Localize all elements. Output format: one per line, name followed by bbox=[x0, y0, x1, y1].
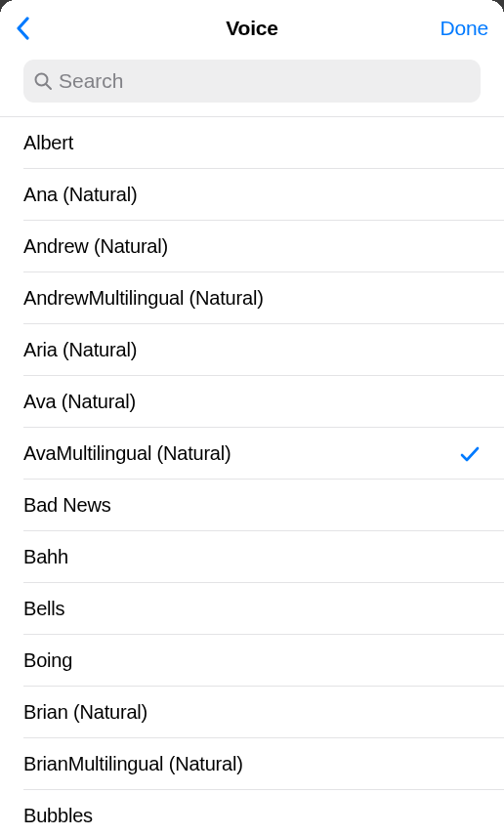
voice-label: Bahh bbox=[23, 546, 68, 568]
corner-decoration bbox=[488, 0, 504, 16]
voice-label: Ava (Natural) bbox=[23, 391, 136, 413]
search-container bbox=[0, 56, 504, 116]
search-field[interactable] bbox=[23, 60, 481, 103]
voice-row[interactable]: Andrew (Natural) bbox=[0, 221, 504, 272]
done-button[interactable]: Done bbox=[441, 17, 488, 40]
voice-row[interactable]: Ana (Natural) bbox=[0, 169, 504, 221]
voice-row[interactable]: Aria (Natural) bbox=[0, 324, 504, 376]
voice-label: Bells bbox=[23, 598, 64, 620]
voice-row[interactable]: Boing bbox=[0, 635, 504, 687]
corner-decoration bbox=[0, 0, 16, 16]
chevron-left-icon bbox=[16, 17, 29, 40]
voice-row[interactable]: Bad News bbox=[0, 480, 504, 531]
voice-row[interactable]: Bubbles bbox=[0, 790, 504, 835]
voice-row[interactable]: AvaMultilingual (Natural) bbox=[0, 428, 504, 480]
voice-label: Ana (Natural) bbox=[23, 184, 137, 206]
voice-label: Bubbles bbox=[23, 805, 93, 827]
voice-picker-screen: Voice Done AlbertAna (Natural)Andrew (Na… bbox=[0, 0, 504, 835]
voice-row[interactable]: Brian (Natural) bbox=[0, 687, 504, 738]
voice-label: AvaMultilingual (Natural) bbox=[23, 442, 231, 465]
voice-label: AndrewMultilingual (Natural) bbox=[23, 287, 264, 310]
page-title: Voice bbox=[226, 17, 277, 40]
header-bar: Voice Done bbox=[0, 0, 504, 56]
voice-row[interactable]: Ava (Natural) bbox=[0, 376, 504, 428]
voice-row[interactable]: AndrewMultilingual (Natural) bbox=[0, 272, 504, 324]
voice-label: Bad News bbox=[23, 494, 111, 517]
back-button[interactable] bbox=[16, 17, 45, 40]
voice-row[interactable]: BrianMultilingual (Natural) bbox=[0, 738, 504, 790]
voice-row[interactable]: Albert bbox=[0, 117, 504, 169]
voice-label: Aria (Natural) bbox=[23, 339, 137, 361]
checkmark-icon bbox=[459, 443, 481, 465]
voice-label: Brian (Natural) bbox=[23, 701, 147, 724]
voice-label: Andrew (Natural) bbox=[23, 235, 168, 258]
voice-row[interactable]: Bahh bbox=[0, 531, 504, 583]
search-icon bbox=[33, 71, 53, 91]
voice-label: Boing bbox=[23, 649, 72, 672]
voice-list[interactable]: AlbertAna (Natural)Andrew (Natural)Andre… bbox=[0, 116, 504, 835]
voice-row[interactable]: Bells bbox=[0, 583, 504, 635]
search-input[interactable] bbox=[59, 69, 471, 93]
svg-line-1 bbox=[46, 84, 51, 89]
voice-label: BrianMultilingual (Natural) bbox=[23, 753, 243, 775]
voice-label: Albert bbox=[23, 132, 73, 154]
